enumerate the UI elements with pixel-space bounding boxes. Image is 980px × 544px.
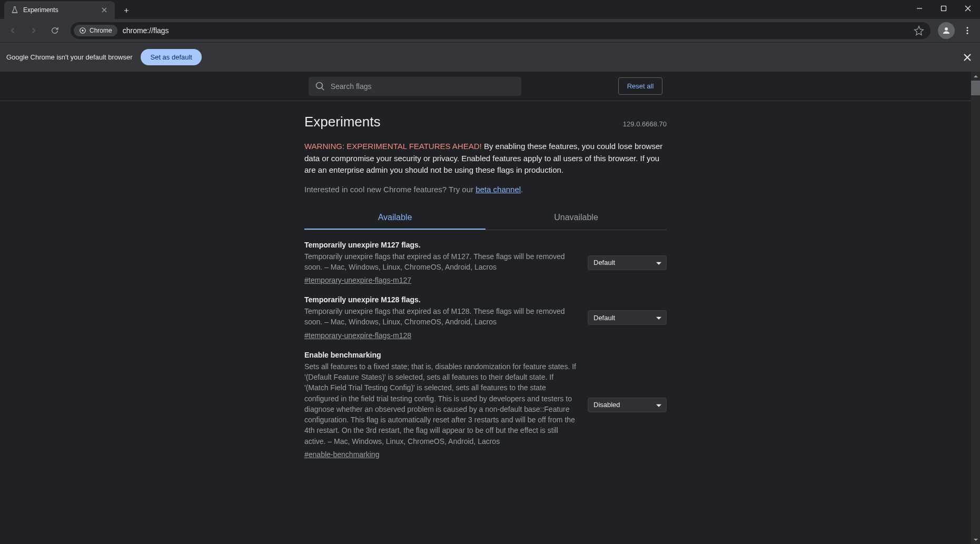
flags-list: Temporarily unexpire M127 flags. Tempora… xyxy=(304,230,667,460)
close-icon[interactable] xyxy=(100,6,108,14)
chrome-icon xyxy=(79,27,86,34)
warning-label: WARNING: EXPERIMENTAL FEATURES AHEAD! xyxy=(304,142,482,151)
flag-select[interactable]: Default xyxy=(588,255,667,270)
flask-icon xyxy=(11,6,19,14)
browser-tab[interactable]: Experiments xyxy=(4,1,115,19)
beta-suffix: . xyxy=(521,185,523,194)
warning-block: WARNING: EXPERIMENTAL FEATURES AHEAD! By… xyxy=(304,141,667,176)
tab-unavailable[interactable]: Unavailable xyxy=(486,206,667,230)
beta-line: Interested in cool new Chrome features? … xyxy=(304,185,667,194)
maximize-button[interactable] xyxy=(932,0,956,17)
site-chip[interactable]: Chrome xyxy=(74,25,117,36)
flag-anchor-link[interactable]: #temporary-unexpire-flags-m128 xyxy=(304,331,411,340)
set-default-button[interactable]: Set as default xyxy=(141,49,202,65)
flag-anchor-link[interactable]: #temporary-unexpire-flags-m127 xyxy=(304,276,411,284)
infobar-text: Google Chrome isn't your default browser xyxy=(6,53,132,61)
minimize-button[interactable] xyxy=(907,0,932,17)
scroll-down-button[interactable] xyxy=(971,535,980,544)
window-controls xyxy=(907,0,980,17)
search-input[interactable] xyxy=(331,82,515,91)
default-browser-infobar: Google Chrome isn't your default browser… xyxy=(0,42,980,72)
svg-point-6 xyxy=(945,27,948,31)
svg-rect-1 xyxy=(942,6,946,11)
page-title: Experiments xyxy=(304,114,381,130)
flag-select[interactable]: Default xyxy=(588,310,667,325)
flag-item: Enable benchmarking Sets all features to… xyxy=(304,340,667,459)
forward-button[interactable] xyxy=(25,22,42,39)
tab-title: Experiments xyxy=(23,6,96,14)
flag-item: Temporarily unexpire M127 flags. Tempora… xyxy=(304,230,667,285)
flag-title: Temporarily unexpire M127 flags. xyxy=(304,241,577,249)
experiments-panel: Experiments 129.0.6668.70 WARNING: EXPER… xyxy=(304,101,667,459)
reload-button[interactable] xyxy=(46,22,63,39)
search-row: Reset all xyxy=(0,72,971,101)
bookmark-button[interactable] xyxy=(914,25,924,36)
vertical-scrollbar[interactable] xyxy=(971,72,980,544)
version-text: 129.0.6668.70 xyxy=(623,120,667,128)
beta-prefix: Interested in cool new Chrome features? … xyxy=(304,185,476,194)
flag-select[interactable]: Disabled xyxy=(588,398,667,412)
search-icon xyxy=(315,81,325,92)
flag-anchor-link[interactable]: #enable-benchmarking xyxy=(304,450,379,459)
site-chip-label: Chrome xyxy=(90,27,112,34)
flag-description: Sets all features to a fixed state; that… xyxy=(304,361,577,447)
scroll-thumb[interactable] xyxy=(971,81,980,95)
page-content: Reset all Experiments 129.0.6668.70 WARN… xyxy=(0,72,971,544)
flag-item: Temporarily unexpire M128 flags. Tempora… xyxy=(304,285,667,340)
flag-description: Temporarily unexpire flags that expired … xyxy=(304,306,577,328)
infobar-close-button[interactable] xyxy=(961,51,974,64)
reset-all-button[interactable]: Reset all xyxy=(618,77,663,95)
address-bar[interactable]: Chrome chrome://flags xyxy=(71,22,930,39)
window-titlebar: Experiments xyxy=(0,0,980,19)
browser-toolbar: Chrome chrome://flags xyxy=(0,19,980,42)
flag-title: Enable benchmarking xyxy=(304,351,577,359)
scroll-track[interactable] xyxy=(971,81,980,535)
svg-point-8 xyxy=(967,30,968,32)
experiment-tabs: Available Unavailable xyxy=(304,206,667,230)
svg-point-7 xyxy=(967,27,968,28)
back-button[interactable] xyxy=(4,22,21,39)
menu-button[interactable] xyxy=(959,22,976,39)
flag-description: Temporarily unexpire flags that expired … xyxy=(304,251,577,273)
new-tab-button[interactable] xyxy=(119,3,134,18)
svg-point-9 xyxy=(967,33,968,34)
scroll-up-button[interactable] xyxy=(971,72,980,81)
url-text: chrome://flags xyxy=(123,26,914,35)
flag-title: Temporarily unexpire M128 flags. xyxy=(304,295,577,304)
profile-button[interactable] xyxy=(938,22,955,39)
beta-channel-link[interactable]: beta channel xyxy=(476,185,521,194)
tab-available[interactable]: Available xyxy=(304,206,486,230)
search-flags-box[interactable] xyxy=(309,77,521,96)
svg-point-5 xyxy=(82,29,84,32)
window-close-button[interactable] xyxy=(956,0,980,17)
